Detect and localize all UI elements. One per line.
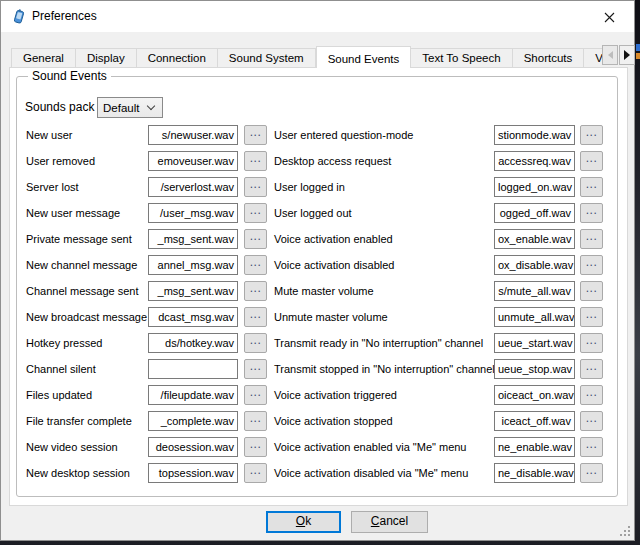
browse-button[interactable]: ...	[580, 125, 603, 145]
sound-file-input[interactable]: ueue_start.wav	[494, 333, 575, 353]
browse-button[interactable]: ...	[580, 411, 603, 431]
browse-button[interactable]: ...	[244, 229, 267, 249]
event-row: New user message/user_msg.wav...User log…	[17, 200, 619, 226]
sound-file-input[interactable]: ne_enable.wav	[494, 437, 575, 457]
event-label: New user	[26, 122, 72, 148]
sound-file-input[interactable]: _complete.wav	[148, 411, 238, 431]
browse-button[interactable]: ...	[580, 359, 603, 379]
sound-file-input[interactable]: oiceact_on.wav	[494, 385, 575, 405]
preferences-dialog: Preferences GeneralDisplayConnectionSoun…	[0, 0, 635, 541]
title-bar[interactable]: Preferences	[1, 1, 634, 32]
browse-button[interactable]: ...	[244, 463, 267, 483]
tab-display[interactable]: Display	[76, 48, 137, 68]
browse-button[interactable]: ...	[580, 385, 603, 405]
sound-file-input[interactable]: ox_disable.wav	[494, 255, 575, 275]
event-label: Hotkey pressed	[26, 330, 102, 356]
event-label: Channel message sent	[26, 278, 139, 304]
tab-text-to-speech[interactable]: Text To Speech	[411, 48, 512, 68]
sound-file-input[interactable]: ne_disable.wav	[494, 463, 575, 483]
tab-general[interactable]: General	[11, 48, 76, 68]
event-row: File transfer complete_complete.wav...Vo…	[17, 408, 619, 434]
tab-sound-events[interactable]: Sound Events	[316, 46, 412, 68]
event-label: New video session	[26, 434, 118, 460]
browse-button[interactable]: ...	[580, 333, 603, 353]
tab-video[interactable]: Video	[584, 48, 602, 68]
event-row: New broadcast messagedcast_msg.wav...Unm…	[17, 304, 619, 330]
app-icon	[10, 8, 27, 25]
sound-file-input[interactable]: unmute_all.wav	[494, 307, 575, 327]
sounds-pack-select[interactable]: Default	[97, 97, 163, 118]
browse-button[interactable]: ...	[580, 255, 603, 275]
tab-sound-system[interactable]: Sound System	[218, 48, 316, 68]
sound-file-input[interactable]	[148, 359, 238, 379]
groupbox-label: Sound Events	[28, 69, 111, 83]
sound-file-input[interactable]: s/newuser.wav	[148, 125, 238, 145]
ok-button[interactable]: Ok	[266, 511, 341, 533]
event-label: Voice activation disabled via "Me" menu	[274, 460, 468, 486]
sound-file-input[interactable]: _msg_sent.wav	[148, 229, 238, 249]
close-icon	[604, 12, 615, 23]
sound-events-tab-page: Sound Events Sounds pack Default New use…	[9, 67, 628, 506]
sound-file-input[interactable]: annel_msg.wav	[148, 255, 238, 275]
event-label: Unmute master volume	[274, 304, 388, 330]
sound-file-input[interactable]: dcast_msg.wav	[148, 307, 238, 327]
browse-button[interactable]: ...	[244, 385, 267, 405]
event-label: Files updated	[26, 382, 92, 408]
sound-file-input[interactable]: logged_on.wav	[494, 177, 575, 197]
event-row: Server lost/serverlost.wav...User logged…	[17, 174, 619, 200]
browse-button[interactable]: ...	[580, 307, 603, 327]
browse-button[interactable]: ...	[244, 255, 267, 275]
browse-button[interactable]: ...	[580, 463, 603, 483]
sound-file-input[interactable]: ogged_off.wav	[494, 203, 575, 223]
browse-button[interactable]: ...	[244, 359, 267, 379]
sound-file-input[interactable]: ox_enable.wav	[494, 229, 575, 249]
sound-file-input[interactable]: ueue_stop.wav	[494, 359, 575, 379]
close-button[interactable]	[601, 9, 617, 25]
sound-file-input[interactable]: stionmode.wav	[494, 125, 575, 145]
browse-button[interactable]: ...	[244, 333, 267, 353]
sound-file-input[interactable]: iceact_off.wav	[494, 411, 575, 431]
event-label: Server lost	[26, 174, 79, 200]
browse-button[interactable]: ...	[244, 151, 267, 171]
tab-scroll-right-button[interactable]	[619, 45, 635, 65]
cancel-button[interactable]: Cancel	[351, 511, 428, 533]
browse-button[interactable]: ...	[244, 177, 267, 197]
event-label: Transmit ready in "No interruption" chan…	[274, 330, 483, 356]
sound-file-input[interactable]: deosession.wav	[148, 437, 238, 457]
resize-grip[interactable]	[620, 526, 631, 537]
browse-button[interactable]: ...	[580, 437, 603, 457]
sound-file-input[interactable]: _msg_sent.wav	[148, 281, 238, 301]
browse-button[interactable]: ...	[244, 437, 267, 457]
sound-file-input[interactable]: s/mute_all.wav	[494, 281, 575, 301]
browse-button[interactable]: ...	[244, 281, 267, 301]
event-label: Voice activation triggered	[274, 382, 397, 408]
browse-button[interactable]: ...	[580, 229, 603, 249]
browse-button[interactable]: ...	[244, 125, 267, 145]
sound-file-input[interactable]: ds/hotkey.wav	[148, 333, 238, 353]
browse-button[interactable]: ...	[580, 281, 603, 301]
browse-button[interactable]: ...	[244, 307, 267, 327]
event-label: User logged in	[274, 174, 345, 200]
sound-file-input[interactable]: /serverlost.wav	[148, 177, 238, 197]
tab-shortcuts[interactable]: Shortcuts	[513, 48, 585, 68]
browse-button[interactable]: ...	[580, 203, 603, 223]
sound-file-input[interactable]: /fileupdate.wav	[148, 385, 238, 405]
chevron-down-icon	[147, 102, 155, 110]
browse-button[interactable]: ...	[580, 151, 603, 171]
sound-file-input[interactable]: emoveuser.wav	[148, 151, 238, 171]
sounds-pack-label: Sounds pack	[25, 97, 94, 118]
event-label: User entered question-mode	[274, 122, 413, 148]
tab-scroll-left-button[interactable]	[602, 45, 618, 65]
browse-button[interactable]: ...	[580, 177, 603, 197]
sound-file-input[interactable]: accessreq.wav	[494, 151, 575, 171]
tab-strip: GeneralDisplayConnectionSound SystemSoun…	[11, 45, 602, 68]
sound-file-input[interactable]: topsession.wav	[148, 463, 238, 483]
event-row: New desktop sessiontopsession.wav...Voic…	[17, 460, 619, 486]
tab-scroll-right-icon	[624, 50, 630, 60]
browse-button[interactable]: ...	[244, 203, 267, 223]
event-label: New channel message	[26, 252, 137, 278]
sound-file-input[interactable]: /user_msg.wav	[148, 203, 238, 223]
tab-connection[interactable]: Connection	[137, 48, 218, 68]
browse-button[interactable]: ...	[244, 411, 267, 431]
tab-scroll-left-icon	[608, 51, 613, 59]
